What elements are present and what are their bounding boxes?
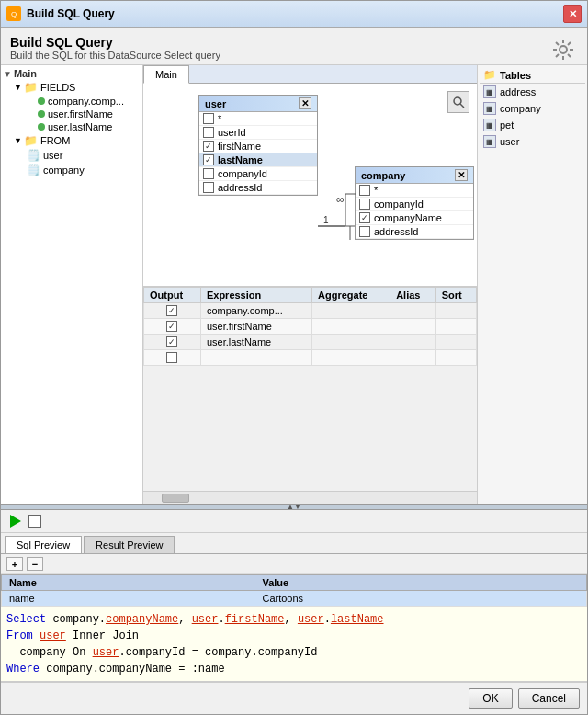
sql-keyword: Where (6, 663, 40, 675)
table-label: company (43, 165, 85, 176)
row-checkbox[interactable] (203, 168, 214, 179)
row-checkbox[interactable] (203, 127, 214, 138)
sidebar-item-user-lastname[interactable]: user.lastName (1, 120, 142, 133)
row-checkbox[interactable] (359, 226, 370, 237)
row-text: addressId (374, 226, 418, 237)
tab-main[interactable]: Main (143, 65, 189, 84)
sql-editor[interactable]: Select company.companyName, user.firstNa… (1, 607, 587, 682)
row-checkbox[interactable] (203, 141, 214, 152)
svg-line-12 (460, 104, 464, 108)
window-title: Build SQL Query (27, 7, 563, 20)
tab-sql-preview[interactable]: Sql Preview (5, 536, 82, 553)
sidebar-item-company-comp[interactable]: company.comp... (1, 95, 142, 108)
alias-cell (390, 350, 436, 366)
company-table-close[interactable]: ✕ (455, 169, 468, 181)
output-checkbox[interactable] (166, 336, 177, 347)
sidebar-item-company-table[interactable]: 🗒️ company (1, 163, 142, 177)
col-name: Name (2, 575, 254, 591)
table-row[interactable]: lastName (199, 153, 317, 167)
sort-cell (435, 350, 476, 366)
footer: OK Cancel (1, 682, 587, 714)
table-row[interactable]: * (356, 184, 473, 198)
param-toolbar: + − (1, 554, 587, 574)
expression-cell: user.firstName (200, 319, 311, 335)
sql-ref: companyName (106, 613, 178, 626)
stop-button[interactable] (28, 515, 41, 528)
sidebar-item-user-firstname[interactable]: user.firstName (1, 108, 142, 120)
query-canvas[interactable]: user ✕ * userId first (143, 84, 477, 286)
tree-root[interactable]: ▼ Main (1, 67, 142, 80)
row-checkbox[interactable] (359, 185, 370, 196)
tree-root-label: Main (14, 68, 37, 79)
table-folder-icon: 📁 (483, 69, 496, 81)
table-row[interactable]: addressId (356, 225, 473, 239)
expression-cell: user.lastName (200, 335, 311, 350)
table-row[interactable]: companyName (356, 211, 473, 225)
h-scrollbar[interactable] (143, 491, 477, 504)
param-value: Cartoons (254, 591, 587, 607)
app-icon: Q (6, 6, 21, 21)
settings-button[interactable] (548, 35, 578, 64)
sql-ref: firstName (225, 613, 285, 626)
alias-cell (390, 335, 436, 350)
search-icon (452, 96, 465, 108)
row-checkbox[interactable] (359, 199, 370, 210)
table-row[interactable]: userId (199, 126, 317, 140)
tab-result-preview[interactable]: Result Preview (84, 536, 175, 553)
row-text: companyId (218, 168, 267, 179)
sql-line-2: From user Inner Join (6, 628, 582, 644)
sql-line-1: Select company.companyName, user.firstNa… (6, 611, 582, 628)
close-button[interactable]: ✕ (563, 5, 582, 23)
resize-divider[interactable]: ▲▼ (1, 504, 587, 510)
table-row (144, 350, 477, 366)
table-icon: ▦ (483, 102, 496, 115)
title-bar: Q Build SQL Query ✕ (1, 1, 587, 28)
table-row[interactable]: addressId (199, 181, 317, 195)
search-button[interactable] (447, 91, 469, 113)
col-aggregate: Aggregate (312, 288, 390, 303)
output-checkbox[interactable] (166, 305, 177, 316)
add-param-button[interactable]: + (6, 557, 23, 571)
sidebar-item-fields[interactable]: ▼ 📁 FIELDS (1, 80, 142, 95)
table-item-user[interactable]: ▦ user (480, 133, 585, 150)
user-table-close[interactable]: ✕ (299, 97, 311, 109)
row-checkbox[interactable] (203, 182, 214, 193)
sidebar-item-from[interactable]: ▼ 📁 FROM (1, 133, 142, 148)
canvas-wrapper: user ✕ * userId first (143, 84, 477, 491)
cancel-button[interactable]: Cancel (518, 688, 580, 709)
field-label: user.firstName (48, 108, 113, 119)
row-checkbox[interactable] (359, 212, 370, 223)
table-icon: 🗒️ (27, 164, 40, 176)
row-text: * (218, 113, 221, 124)
sort-cell (435, 303, 476, 319)
h-scroll-thumb[interactable] (162, 494, 189, 503)
user-table-box: user ✕ * userId first (198, 95, 318, 196)
play-button[interactable] (6, 513, 23, 529)
row-text: lastName (218, 154, 263, 165)
table-item-company[interactable]: ▦ company (480, 100, 585, 117)
remove-param-button[interactable]: − (27, 557, 43, 571)
row-text: companyId (374, 199, 424, 210)
row-checkbox[interactable] (203, 154, 214, 165)
table-row[interactable]: companyId (199, 167, 317, 181)
expand-icon: ▼ (14, 136, 22, 145)
row-checkbox[interactable] (203, 113, 214, 124)
field-label: user.lastName (48, 121, 112, 132)
svg-point-2 (560, 46, 567, 53)
preview-tab-bar: Sql Preview Result Preview (1, 533, 587, 554)
sql-line-4: Where company.companyName = :name (6, 661, 582, 677)
table-item-address[interactable]: ▦ address (480, 84, 585, 100)
output-checkbox[interactable] (166, 321, 177, 332)
table-icon: ▦ (483, 135, 496, 148)
table-item-pet[interactable]: ▦ pet (480, 117, 585, 133)
table-row[interactable]: * (199, 112, 317, 126)
sql-ref: user (298, 613, 324, 626)
page-title: Build SQL Query (10, 35, 578, 50)
table-row[interactable]: companyId (356, 198, 473, 211)
output-checkbox[interactable] (166, 352, 177, 363)
sidebar-item-user-table[interactable]: 🗒️ user (1, 148, 142, 163)
param-row: name Cartoons (2, 591, 587, 607)
ok-button[interactable]: OK (469, 688, 512, 709)
table-row[interactable]: firstName (199, 140, 317, 153)
company-table-title: company (361, 170, 405, 181)
